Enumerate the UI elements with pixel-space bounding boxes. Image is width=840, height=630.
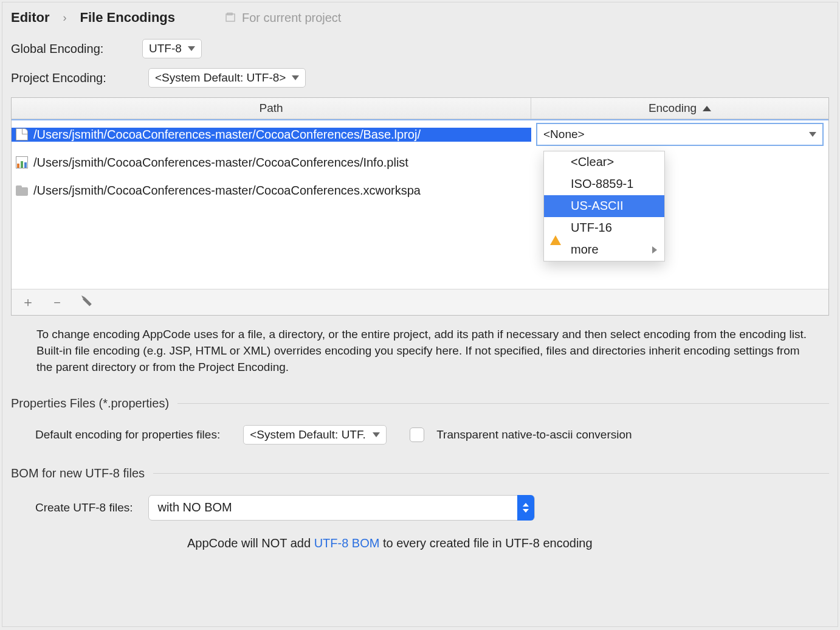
chevron-down-icon bbox=[373, 432, 380, 437]
chevron-down-icon bbox=[809, 132, 816, 137]
bom-note-link[interactable]: UTF-8 BOM bbox=[314, 536, 380, 550]
encoding-option-more[interactable]: more bbox=[544, 239, 664, 261]
table-row[interactable]: /Users/jsmith/CocoaConferences-master/Co… bbox=[12, 120, 828, 148]
global-encoding-label: Global Encoding: bbox=[11, 42, 126, 56]
scope-label: For current project bbox=[242, 11, 341, 25]
column-header-encoding[interactable]: Encoding bbox=[531, 98, 828, 119]
table-row[interactable]: /Users/jsmith/CocoaConferences-master/Co… bbox=[12, 148, 828, 176]
storyboard-file-icon bbox=[15, 128, 29, 141]
transparent-ascii-checkbox[interactable] bbox=[410, 428, 424, 442]
encoding-paths-table: Path Encoding /Users/jsmith/CocoaConfere… bbox=[11, 97, 829, 316]
encoding-option-clear[interactable]: <Clear> bbox=[544, 151, 664, 173]
chevron-down-icon bbox=[292, 75, 299, 80]
column-header-path[interactable]: Path bbox=[12, 98, 531, 119]
properties-section-title: Properties Files (*.properties) bbox=[11, 396, 169, 410]
chevron-right-icon bbox=[652, 246, 657, 254]
edit-button[interactable] bbox=[78, 294, 94, 310]
project-scope-icon bbox=[225, 12, 236, 23]
add-button[interactable]: ＋ bbox=[20, 294, 36, 310]
project-encoding-label: Project Encoding: bbox=[11, 71, 133, 85]
transparent-ascii-label: Transparent native-to-ascii conversion bbox=[436, 428, 632, 441]
encoding-option-ascii[interactable]: US-ASCII bbox=[544, 195, 664, 217]
project-encoding-select[interactable]: <System Default: UTF-8> bbox=[148, 68, 306, 88]
encoding-popup: <Clear> ISO-8859-1 US-ASCII UTF-16 more bbox=[543, 151, 665, 261]
folder-icon bbox=[15, 184, 29, 197]
global-encoding-select[interactable]: UTF-8 bbox=[142, 39, 202, 58]
warning-icon bbox=[550, 222, 561, 236]
encoding-option-iso[interactable]: ISO-8859-1 bbox=[544, 173, 664, 195]
plist-file-icon bbox=[15, 156, 29, 169]
properties-default-select[interactable]: <System Default: UTF... bbox=[243, 425, 387, 445]
scope-indicator: For current project bbox=[225, 11, 341, 25]
chevron-down-icon bbox=[188, 46, 195, 51]
bom-note: AppCode will NOT add UTF-8 BOM to every … bbox=[11, 536, 829, 550]
properties-default-label: Default encoding for properties files: bbox=[35, 428, 220, 441]
chevron-right-icon: › bbox=[63, 12, 67, 24]
breadcrumb: Editor › File Encodings For current proj… bbox=[11, 10, 829, 26]
pencil-icon bbox=[81, 297, 92, 308]
breadcrumb-root[interactable]: Editor bbox=[11, 10, 50, 26]
encoding-option-utf16[interactable]: UTF-16 bbox=[544, 217, 664, 239]
bom-create-label: Create UTF-8 files: bbox=[35, 501, 133, 514]
table-row[interactable]: /Users/jsmith/CocoaConferences-master/Co… bbox=[12, 176, 828, 204]
stepper-icon bbox=[517, 495, 534, 521]
remove-button[interactable]: － bbox=[49, 294, 65, 310]
breadcrumb-page: File Encodings bbox=[80, 10, 175, 26]
help-text: To change encoding AppCode uses for a fi… bbox=[11, 316, 829, 378]
bom-section-title: BOM for new UTF-8 files bbox=[11, 466, 145, 480]
row-encoding-select[interactable]: <None> bbox=[536, 123, 824, 146]
sort-ascending-icon bbox=[703, 106, 711, 111]
bom-create-select[interactable]: with NO BOM bbox=[148, 495, 535, 521]
